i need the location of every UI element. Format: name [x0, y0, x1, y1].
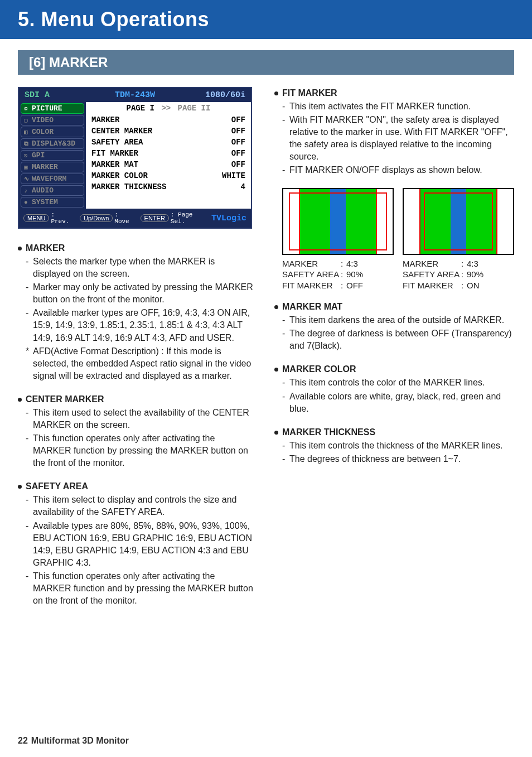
osd-model: TDM-243W	[98, 90, 172, 100]
doc-item-line: -This item controls the color of the MAR…	[289, 377, 514, 389]
osd-tab-list: ⚙PICTURE ▢VIDEO ◧COLOR ⧉DISPLAY&3D ⎋GPI …	[19, 102, 86, 209]
doc-item-line: -This function operates only after activ…	[33, 432, 253, 469]
doc-item-title: SAFETY AREA	[18, 480, 253, 493]
doc-item-line: -Marker may only be activated by pressin…	[33, 281, 253, 306]
osd-row-marker-color[interactable]: MARKER COLORWHITE	[86, 170, 251, 181]
osd-source: SDI A	[25, 90, 98, 100]
osd-tab-picture[interactable]: ⚙PICTURE	[21, 103, 84, 114]
doc-item: SAFETY AREA-This item select to display …	[18, 480, 253, 607]
section-title: [6] MARKER	[18, 50, 514, 75]
osd-menu-button[interactable]: MENU	[23, 214, 49, 222]
doc-item-line: -This item select to display and control…	[33, 494, 253, 518]
doc-item: CENTER MARKER-This item used to select t…	[18, 393, 253, 469]
doc-item-line: -This function operates only after activ…	[33, 570, 253, 607]
page-footer: 22Multiformat 3D Monitor	[18, 736, 129, 746]
doc-item-title: MARKER MAT	[274, 301, 514, 313]
osd-tab-audio[interactable]: ♪AUDIO	[21, 185, 84, 196]
doc-item: MARKER THICKNESS-This item controls the …	[274, 426, 514, 465]
osd-logo: TVLogic	[211, 214, 246, 223]
doc-item-line: -Selects the marker type when the MARKER…	[33, 255, 253, 280]
osd-tab-display3d[interactable]: ⧉DISPLAY&3D	[21, 138, 84, 149]
doc-item-line: -The degree of darkness is between OFF (…	[289, 327, 514, 352]
osd-footer: MENU : Prev. Up/Down : Move ENTER : Page…	[19, 209, 251, 228]
osd-page-indicator: PAGE I >> PAGE II	[86, 102, 251, 114]
fit-marker-off-diagram: MARKER:4:3 SAFETY AREA:90% FIT MARKER:OF…	[282, 188, 394, 291]
osd-tab-system[interactable]: ●SYSTEM	[21, 197, 84, 208]
doc-item: MARKER-Selects the marker type when the …	[18, 242, 253, 382]
doc-item-line: -Available colors are white, gray, black…	[289, 390, 514, 415]
osd-row-marker-mat[interactable]: MARKER MATOFF	[86, 159, 251, 170]
doc-item-line: -FIT MARKER ON/OFF displays as shown bel…	[289, 164, 514, 176]
doc-item-title: FIT MARKER	[274, 87, 514, 99]
osd-updown-button[interactable]: Up/Down	[80, 214, 113, 222]
osd-signal: 1080/60i	[172, 90, 245, 100]
doc-item-title: CENTER MARKER	[18, 393, 253, 406]
doc-item-line: -Available marker types are OFF, 16:9, 4…	[33, 307, 253, 344]
osd-row-safety-area[interactable]: SAFETY AREAOFF	[86, 137, 251, 148]
doc-item-line: -The degrees of thickness are between 1~…	[289, 453, 514, 465]
chapter-title: 5. Menu Operations	[0, 0, 532, 39]
osd-row-center-marker[interactable]: CENTER MARKEROFF	[86, 126, 251, 137]
doc-item-title: MARKER COLOR	[274, 363, 514, 375]
osd-tab-marker[interactable]: ▣MARKER	[21, 162, 84, 172]
fit-marker-on-diagram: MARKER:4:3 SAFETY AREA:90% FIT MARKER:ON	[403, 188, 514, 291]
doc-item-title: MARKER THICKNESS	[274, 426, 514, 438]
doc-item-line: -Available types are 80%, 85%, 88%, 90%,…	[33, 520, 253, 569]
doc-item: MARKER COLOR-This item controls the colo…	[274, 363, 514, 414]
doc-item-line: -With FIT MARKER "ON", the safety area i…	[289, 114, 514, 163]
osd-tab-video[interactable]: ▢VIDEO	[21, 115, 84, 126]
doc-item-line: -This item activates the FIT MARKER func…	[289, 100, 514, 113]
osd-row-marker[interactable]: MARKEROFF	[86, 114, 251, 126]
doc-item-line: -This item darkens the area of the outsi…	[289, 314, 514, 326]
doc-item-title: MARKER	[18, 242, 253, 254]
doc-item-line: *AFD(Active Format Description) : If thi…	[33, 345, 253, 382]
doc-item-line: -This item controls the thickness of the…	[289, 440, 514, 452]
doc-item: FIT MARKER-This item activates the FIT M…	[274, 87, 514, 177]
osd-row-fit-marker[interactable]: FIT MARKEROFF	[86, 148, 251, 159]
osd-row-marker-thickness[interactable]: MARKER THICKNESS4	[86, 181, 251, 192]
osd-tab-waveform[interactable]: ∿WAVEFORM	[21, 173, 84, 184]
doc-item-line: -This item used to select the availabili…	[33, 407, 253, 431]
doc-item: MARKER MAT-This item darkens the area of…	[274, 301, 514, 352]
osd-tab-color[interactable]: ◧COLOR	[21, 127, 84, 137]
osd-menu: SDI A TDM-243W 1080/60i ⚙PICTURE ▢VIDEO …	[18, 87, 252, 229]
osd-enter-button[interactable]: ENTER	[141, 214, 169, 222]
osd-tab-gpi[interactable]: ⎋GPI	[21, 150, 84, 161]
